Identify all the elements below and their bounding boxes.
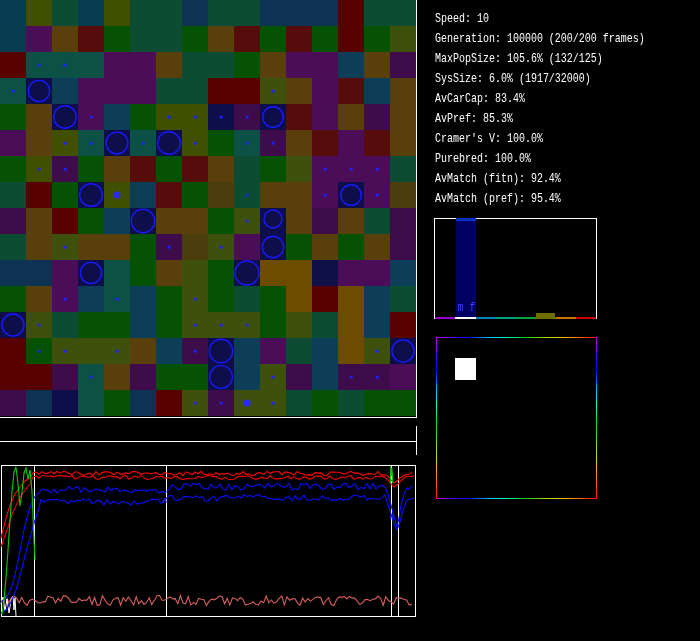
svg-text:AvCarCap: 83.4%: AvCarCap: 83.4% [435,92,525,105]
svg-text:Cramer's V: 100.0%: Cramer's V: 100.0% [435,132,543,145]
svg-text:MaxPopSize: 105.6% (132/125): MaxPopSize: 105.6% (132/125) [435,52,603,65]
svg-text:a: a [162,496,168,506]
svg-text:Purebred: 100.0%: Purebred: 100.0% [435,152,531,165]
svg-text:AvMatch (fitn): 92.4%: AvMatch (fitn): 92.4% [435,172,561,185]
svg-text:AvMatch (pref): 95.4%: AvMatch (pref): 95.4% [435,192,561,205]
svg-text:m f: m f [458,301,476,314]
svg-text:SysSize: 6.0% (1917/32000): SysSize: 6.0% (1917/32000) [435,72,591,85]
svg-text:AvPref: 85.3%: AvPref: 85.3% [435,112,513,125]
svg-text:a: a [389,512,395,522]
svg-text:Generation: 100000 (200/200 fr: Generation: 100000 (200/200 frames) [435,32,645,45]
svg-text:Speed: 10: Speed: 10 [435,12,489,25]
